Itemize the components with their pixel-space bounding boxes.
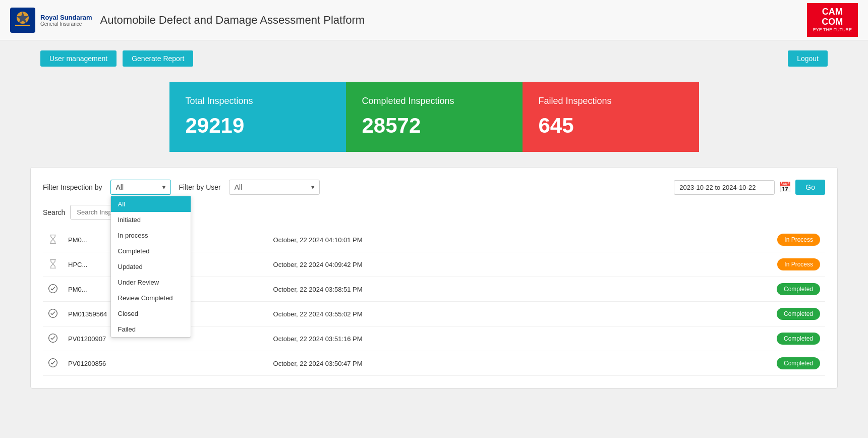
total-inspections-value: 29219 — [186, 114, 330, 138]
failed-inspections-value: 645 — [539, 114, 683, 138]
total-inspections-card: Total Inspections 29219 — [169, 82, 346, 152]
row-date: October, 22 2024 04:09:42 PM — [268, 252, 644, 277]
svg-rect-3 — [15, 25, 30, 26]
row-icon — [43, 277, 63, 302]
search-label: Search — [43, 208, 65, 216]
status-badge: In Process — [777, 234, 820, 246]
filter-user-wrapper[interactable]: All ▼ — [229, 180, 320, 195]
row-date: October, 22 2024 03:50:47 PM — [268, 351, 644, 376]
table-row: PV01200856 October, 22 2024 03:50:47 PM … — [43, 351, 825, 376]
filter-user-label: Filter by User — [179, 183, 221, 191]
date-range-input[interactable] — [674, 180, 775, 195]
dropdown-item-closed[interactable]: Closed — [111, 306, 191, 321]
completed-inspections-card: Completed Inspections 28572 — [346, 82, 523, 152]
generate-report-button[interactable]: Generate Report — [123, 50, 193, 67]
filter-user-select[interactable]: All — [229, 180, 320, 195]
main-panel: Filter Inspection by All Initiated In pr… — [30, 167, 838, 389]
go-button[interactable]: Go — [795, 180, 825, 195]
row-id: PV01200856 — [63, 351, 268, 376]
row-date: October, 22 2024 03:51:16 PM — [268, 326, 644, 351]
completed-inspections-value: 28572 — [362, 114, 506, 138]
user-management-button[interactable]: User management — [40, 50, 117, 67]
row-status: Completed — [644, 326, 825, 351]
row-icon — [43, 252, 63, 277]
filter-row: Filter Inspection by All Initiated In pr… — [43, 180, 825, 195]
row-icon — [43, 351, 63, 376]
status-badge: Completed — [777, 357, 820, 369]
date-range-wrapper: 📅 Go — [674, 180, 825, 195]
calendar-icon[interactable]: 📅 — [779, 181, 791, 193]
row-date: October, 22 2024 04:10:01 PM — [268, 228, 644, 252]
toolbar-left: User management Generate Report — [40, 50, 193, 67]
row-icon — [43, 302, 63, 326]
row-icon — [43, 326, 63, 351]
status-badge: Completed — [777, 308, 820, 320]
app-title: Automobile Defect and Damage Assessment … — [100, 14, 365, 27]
dropdown-item-updated[interactable]: Updated — [111, 259, 191, 275]
dropdown-item-completed[interactable]: Completed — [111, 243, 191, 259]
company-name: Royal Sundaram — [40, 14, 92, 21]
row-status: In Process — [644, 252, 825, 277]
status-badge: Completed — [777, 283, 820, 295]
dropdown-item-initiated[interactable]: Initiated — [111, 212, 191, 228]
row-status: In Process — [644, 228, 825, 252]
logo-area: Royal Sundaram General Insurance — [10, 8, 92, 33]
row-icon — [43, 228, 63, 252]
filter-inspection-select-wrapper[interactable]: All Initiated In process Completed Updat… — [110, 180, 171, 195]
camcom-tagline: EYE THE FUTURE — [813, 28, 852, 33]
failed-inspections-label: Failed Inspections — [539, 96, 683, 106]
company-sub: General Insurance — [40, 21, 92, 27]
status-badge: Completed — [777, 333, 820, 345]
row-status: Completed — [644, 302, 825, 326]
filter-inspection-select[interactable]: All Initiated In process Completed Updat… — [110, 180, 171, 195]
stats-row: Total Inspections 29219 Completed Inspec… — [0, 82, 868, 167]
filter-dropdown[interactable]: All Initiated In process Completed Updat… — [110, 196, 191, 338]
dropdown-item-review-completed[interactable]: Review Completed — [111, 290, 191, 306]
toolbar: User management Generate Report Logout — [0, 40, 868, 77]
header-left: Royal Sundaram General Insurance Automob… — [10, 8, 365, 33]
dropdown-item-under-review[interactable]: Under Review — [111, 275, 191, 290]
company-name-block: Royal Sundaram General Insurance — [40, 14, 92, 27]
camcom-text: CAMCOM — [822, 7, 843, 27]
royal-sundaram-logo — [10, 8, 35, 33]
dropdown-item-all[interactable]: All — [111, 196, 191, 212]
row-date: October, 22 2024 03:55:02 PM — [268, 302, 644, 326]
camcom-logo: CAMCOM EYE THE FUTURE — [807, 3, 858, 37]
dropdown-item-inprocess[interactable]: In process — [111, 228, 191, 243]
completed-inspections-label: Completed Inspections — [362, 96, 506, 106]
failed-inspections-card: Failed Inspections 645 — [523, 82, 699, 152]
row-status: Completed — [644, 277, 825, 302]
dropdown-item-failed[interactable]: Failed — [111, 321, 191, 337]
total-inspections-label: Total Inspections — [186, 96, 330, 106]
row-status: Completed — [644, 351, 825, 376]
status-badge: In Process — [777, 258, 820, 270]
filter-inspection-label: Filter Inspection by — [43, 183, 102, 191]
logout-button[interactable]: Logout — [788, 50, 828, 67]
row-date: October, 22 2024 03:58:51 PM — [268, 277, 644, 302]
header: Royal Sundaram General Insurance Automob… — [0, 0, 868, 40]
